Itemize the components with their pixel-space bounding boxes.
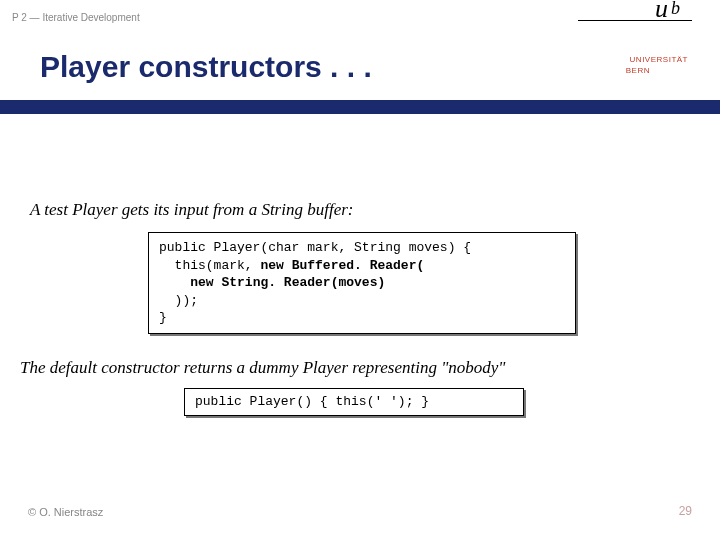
intro-text-1: A test Player gets its input from a Stri…	[30, 200, 353, 220]
code-line: public Player(char mark, String moves) {	[159, 240, 471, 255]
slide-title: Player constructors . . .	[40, 50, 372, 84]
code-snippet-2: public Player() { this(' '); }	[195, 393, 513, 411]
logo-university-text: UNIVERSITÄT	[630, 55, 688, 64]
slide: P 2 — Iterative Development u b UNIVERSI…	[0, 0, 720, 540]
title-bar	[0, 100, 720, 114]
code-box-2: public Player() { this(' '); }	[184, 388, 524, 416]
code-bold: new Buffered. Reader(	[260, 258, 424, 273]
code-line: }	[159, 310, 167, 325]
header-breadcrumb: P 2 — Iterative Development	[12, 12, 140, 23]
logo-bern-text: BERN	[626, 66, 650, 75]
footer-copyright: © O. Nierstrasz	[28, 506, 103, 518]
code-line	[159, 275, 190, 290]
page-number: 29	[679, 504, 692, 518]
code-line: this(mark,	[159, 258, 260, 273]
university-logo: u b UNIVERSITÄT BERN	[590, 0, 680, 90]
logo-b: b	[671, 0, 680, 19]
code-snippet-1: public Player(char mark, String moves) {…	[159, 239, 565, 327]
logo-u: u	[655, 0, 668, 24]
code-box-1: public Player(char mark, String moves) {…	[148, 232, 576, 334]
intro-text-2: The default constructor returns a dummy …	[20, 358, 710, 378]
code-line: ));	[159, 293, 198, 308]
code-bold: new String. Reader(moves)	[190, 275, 385, 290]
logo-rule	[578, 20, 692, 21]
